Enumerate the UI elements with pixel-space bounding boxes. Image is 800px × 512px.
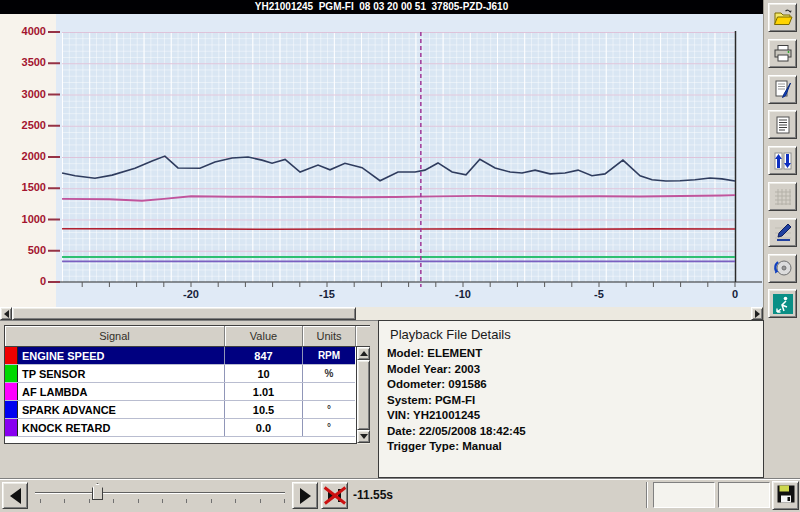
scroll-down-icon [360,434,368,439]
scroll-right-icon [755,310,760,318]
statusbar-divider [646,482,647,508]
transport-bar: -11.55s [0,478,800,512]
signal-units: ° [303,419,355,436]
y-axis-label: 3500 [2,56,46,68]
signals-scrollbar-thumb[interactable] [357,360,370,430]
window-title: YH21001245 PGM-FI 08 03 20 00 51 37805-P… [0,0,763,14]
save-button[interactable] [772,481,799,510]
h-scrollbar-thumb[interactable] [12,307,356,320]
x-axis-label: -10 [455,288,471,300]
signal-row-engine-speed[interactable]: ENGINE SPEED847RPM [5,347,355,365]
playback-details-panel: Playback File Details Model: ELEMENTMode… [378,320,764,478]
signal-name: AF LAMBDA [18,383,225,400]
scroll-up-icon [360,351,368,356]
document-list-icon [772,114,794,136]
signal-value: 847 [225,347,303,364]
column-header-spacer [356,326,370,347]
toolbar-annotate-graph-button[interactable] [768,218,797,247]
signal-row-af-lambda[interactable]: AF LAMBDA1.01 [5,383,355,401]
scroll-right-button[interactable] [751,307,763,320]
toolbar-open-file-button[interactable] [768,3,797,32]
signal-color-swatch [5,383,18,400]
scroll-left-button[interactable] [0,307,12,320]
signal-value: 10.5 [225,401,303,418]
signal-color-swatch [5,401,18,418]
detail-odometer: Odometer: 091586 [387,377,763,393]
signal-color-swatch [5,365,18,382]
detail-model-year: Model Year: 2003 [387,362,763,378]
document-pencil-icon [772,78,794,100]
previous-icon [10,488,21,504]
status-box-2 [718,482,770,508]
x-axis-label: -5 [594,288,604,300]
exit-person-icon [772,293,794,315]
skip-to-end-button[interactable] [321,482,348,509]
signal-row-knock-retard[interactable]: KNOCK RETARD0.0° [5,419,355,437]
signals-scroll-up-button[interactable] [357,347,370,360]
toolbar-right [763,0,800,512]
detail-trigger-type: Trigger Type: Manual [387,439,763,455]
status-box-1 [653,482,715,508]
signal-value: 0.0 [225,419,303,436]
signals-v-scrollbar[interactable] [356,347,370,444]
grid-icon [772,186,794,208]
playback-slider-thumb[interactable] [92,483,103,500]
y-axis-label: 1500 [2,181,46,193]
signal-units: ° [303,401,355,418]
y-axis-label: 2500 [2,119,46,131]
slider-tick [162,499,163,503]
x-axis-label: -20 [183,288,199,300]
x-axis-label: 0 [732,288,738,300]
series-engine-speed-line [62,229,735,230]
signal-units: RPM [303,347,355,364]
step-forward-button[interactable] [292,482,318,509]
toolbar-exit-button[interactable] [768,289,797,318]
detail-vin: VIN: YH21001245 [387,408,763,424]
scroll-left-icon [4,310,9,318]
detail-model: Model: ELEMENT [387,346,763,362]
signal-units [303,383,355,400]
slider-tick [284,499,285,503]
toolbar-grid-view-button[interactable] [768,182,797,211]
signals-table: Signal Value Units ENGINE SPEED847RPMTP … [4,325,370,444]
cursor-time-label: -11.55s [353,488,393,502]
y-axis-label: 3000 [2,88,46,100]
playback-slider-track[interactable] [35,492,285,494]
x-axis-label: -15 [319,288,335,300]
disk-sync-icon [772,257,794,279]
slider-tick [260,499,261,503]
column-header-signal: Signal [5,326,225,347]
detail-date: Date: 22/05/2008 18:42:45 [387,424,763,440]
column-header-value: Value [225,326,303,347]
slider-tick [64,499,65,503]
column-header-units: Units [303,326,356,347]
toolbar-reorder-signals-button[interactable] [768,146,797,175]
y-axis-label: 4000 [2,25,46,37]
toolbar-print-button[interactable] [768,39,797,68]
y-axis-label: 1000 [2,213,46,225]
slider-tick [40,499,41,503]
signal-row-tp-sensor[interactable]: TP SENSOR10% [5,365,355,383]
series-spark-advance-line [62,156,735,181]
toolbar-data-list-button[interactable] [768,110,797,139]
signals-panel: Signal Value Units ENGINE SPEED847RPMTP … [0,320,378,478]
graph-h-scrollbar[interactable] [0,307,763,320]
up-down-arrows-icon [772,150,794,172]
signal-value: 10 [225,365,303,382]
printer-icon [772,42,794,64]
slider-tick [186,499,187,503]
signal-color-swatch [5,347,18,364]
details-title: Playback File Details [390,327,763,342]
signal-value: 1.01 [225,383,303,400]
step-back-button[interactable] [2,482,28,509]
signals-scroll-down-button[interactable] [357,430,370,443]
y-axis-label: 2000 [2,150,46,162]
signal-name: SPARK ADVANCE [18,401,225,418]
slider-tick [89,499,90,503]
toolbar-export-data-button[interactable] [768,254,797,283]
chart-canvas [0,14,763,307]
slider-tick [235,499,236,503]
graph-panel: 40003500300025002000150010005000 -20-15-… [0,14,763,307]
signal-row-spark-advance[interactable]: SPARK ADVANCE10.5° [5,401,355,419]
toolbar-edit-record-button[interactable] [768,75,797,104]
